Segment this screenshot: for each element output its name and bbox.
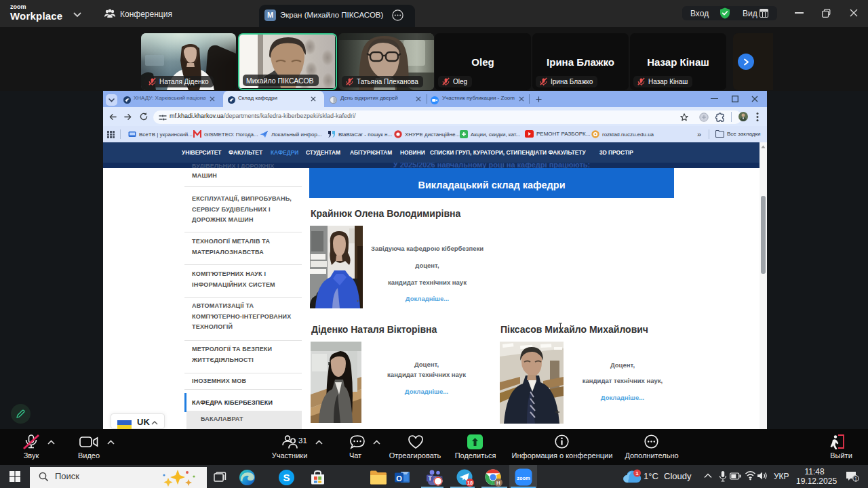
svg-text:S: S	[283, 472, 290, 483]
svg-text:1: 1	[854, 476, 857, 481]
svg-text:T: T	[428, 475, 432, 482]
svg-text:H: H	[496, 480, 500, 486]
svg-text:18: 18	[467, 480, 473, 486]
svg-text:1: 1	[635, 470, 639, 476]
svg-text:zoom: zoom	[517, 475, 530, 481]
svg-text:O: O	[396, 474, 402, 483]
